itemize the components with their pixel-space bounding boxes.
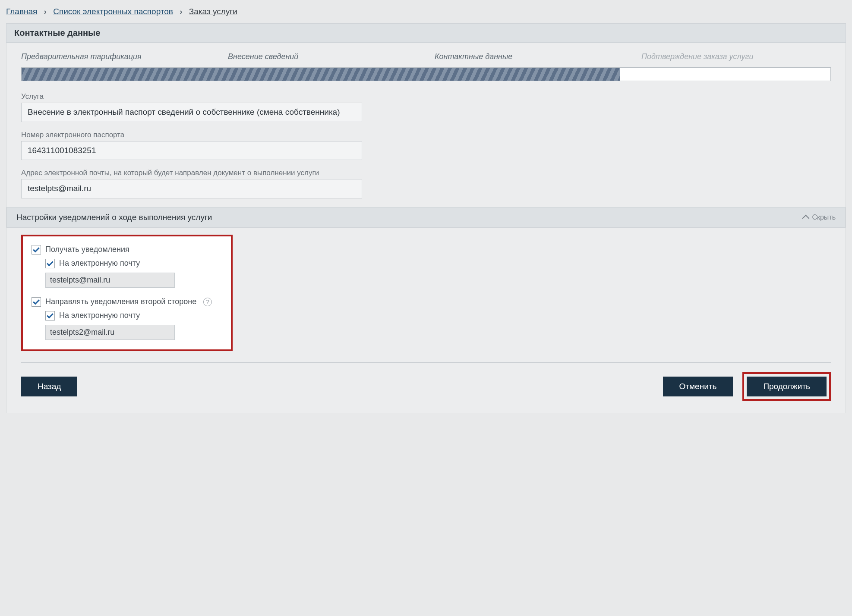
checkbox-second-party[interactable] [32, 297, 41, 307]
wizard-step-1: Предварительная тарификация [21, 52, 211, 61]
email-value: testelpts@mail.ru [21, 179, 362, 198]
breadcrumb-current: Заказ услуги [189, 7, 237, 16]
chevron-right-icon: › [180, 7, 182, 16]
service-label: Услуга [21, 92, 831, 101]
progress-fill [22, 68, 620, 81]
collapse-label: Скрыть [812, 214, 836, 221]
continue-highlight: Продолжить [742, 372, 831, 401]
section-title: Контактные данные [6, 23, 846, 43]
check-icon [47, 260, 54, 267]
progress-bar [21, 67, 831, 81]
main-panel: Предварительная тарификация Внесение све… [6, 43, 846, 413]
checkbox-receive[interactable] [32, 245, 41, 255]
passport-label: Номер электронного паспорта [21, 131, 831, 139]
checkbox-by-email-2[interactable] [45, 311, 55, 321]
breadcrumb-list[interactable]: Список электронных паспортов [53, 7, 173, 16]
notification-email-1[interactable]: testelpts@mail.ru [45, 273, 175, 288]
collapse-toggle[interactable]: Скрыть [804, 214, 836, 221]
checkbox-receive-label: Получать уведомления [45, 245, 129, 254]
email-label: Адрес электронной почты, на который буде… [21, 169, 831, 177]
cancel-button[interactable]: Отменить [663, 377, 733, 396]
check-icon [33, 246, 40, 253]
chevron-up-icon [802, 214, 810, 222]
wizard-step-2: Внесение сведений [228, 52, 417, 61]
chevron-right-icon: › [44, 7, 47, 16]
back-button[interactable]: Назад [21, 377, 77, 396]
check-icon [47, 312, 54, 319]
checkbox-by-email-1-label: На электронную почту [59, 259, 140, 268]
continue-button[interactable]: Продолжить [747, 377, 827, 396]
wizard-step-4: Подтверждение заказа услуги [641, 52, 831, 61]
notifications-highlight: Получать уведомления На электронную почт… [21, 235, 233, 351]
help-icon[interactable]: ? [203, 298, 212, 306]
notifications-header[interactable]: Настройки уведомлений о ходе выполнения … [6, 207, 846, 228]
notification-email-2[interactable]: testelpts2@mail.ru [45, 325, 175, 340]
checkbox-by-email-1[interactable] [45, 259, 55, 268]
breadcrumb-home[interactable]: Главная [6, 7, 37, 16]
service-value: Внесение в электронный паспорт сведений … [21, 103, 362, 122]
notifications-title: Настройки уведомлений о ходе выполнения … [16, 213, 212, 222]
breadcrumb: Главная › Список электронных паспортов ›… [6, 4, 846, 23]
wizard-steps: Предварительная тарификация Внесение све… [21, 52, 831, 61]
divider [21, 362, 831, 363]
passport-value: 164311001083251 [21, 141, 362, 160]
checkbox-by-email-2-label: На электронную почту [59, 311, 140, 320]
wizard-step-3: Контактные данные [435, 52, 624, 61]
check-icon [33, 298, 40, 305]
checkbox-second-party-label: Направлять уведомления второй стороне [45, 297, 196, 306]
action-bar: Назад Отменить Продолжить [21, 372, 831, 401]
